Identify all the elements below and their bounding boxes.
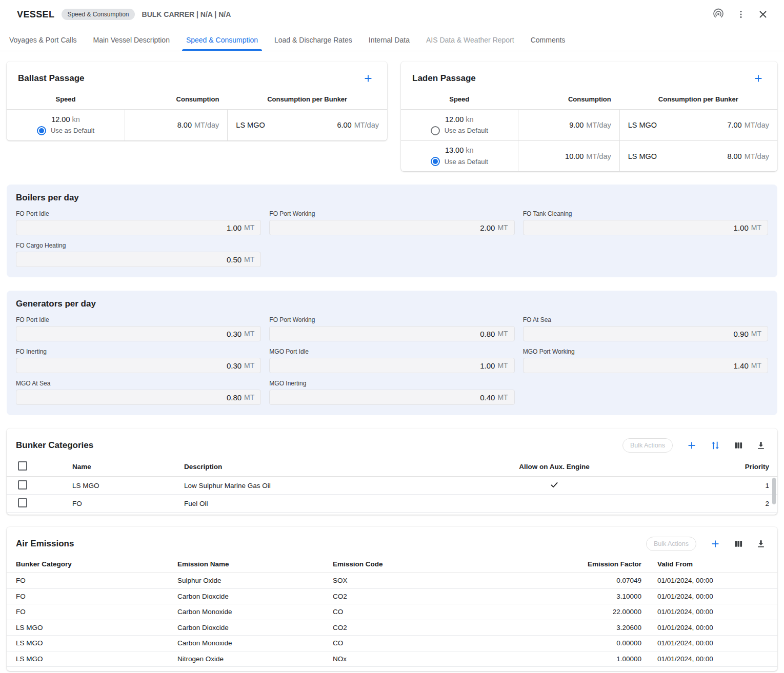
laden-row[interactable]: 13.00 kn Use as Default 10.00 MT/day LS … [401, 140, 777, 171]
bunker-description: Fuel Oil [184, 500, 402, 507]
field-fo-at-sea: FO At Sea MT [523, 316, 768, 341]
field-label: MGO Port Working [523, 348, 768, 355]
bunker-category-row[interactable]: FO Fuel Oil 2 [7, 495, 777, 513]
bunker-categories-card: Bunker Categories Bulk Actions Name [7, 429, 777, 515]
boilers-fo-port-working-input[interactable] [276, 223, 495, 232]
air-emission-row[interactable]: FO Sulphur Oxide SOX 0.07049 01/01/2024,… [7, 573, 777, 589]
emission-bunker-category: FO [7, 593, 177, 600]
tab-bar: Voyages & Port Calls Main Vessel Descrip… [0, 29, 784, 51]
download-icon[interactable] [754, 438, 768, 453]
generators-fo-port-idle-input[interactable] [23, 330, 242, 338]
emission-code: CO [333, 639, 488, 647]
generators-mgo-at-sea-input[interactable] [23, 393, 242, 402]
passages-row: Ballast Passage Speed Consumption Consum… [7, 62, 777, 171]
consumption-cell: 10.00 MT/day [518, 141, 619, 171]
bunker-categories-title: Bunker Categories [16, 440, 93, 451]
tab-load-discharge-rates[interactable]: Load & Discharge Rates [266, 29, 360, 51]
use-as-default-label: Use as Default [445, 127, 488, 134]
emission-valid-from: 01/01/2024, 00:00 [641, 624, 777, 631]
tethering-icon[interactable] [710, 6, 727, 23]
field-fo-port-working: FO Port Working MT [269, 316, 514, 341]
tab-speed-consumption[interactable]: Speed & Consumption [178, 29, 266, 51]
emission-bunker-category: LS MGO [7, 655, 177, 663]
check-icon [550, 480, 559, 491]
emission-code: NOx [333, 655, 488, 663]
bunker-consumption-value: 8.00 [727, 152, 741, 160]
tab-voyages-port-calls[interactable]: Voyages & Port Calls [1, 29, 85, 51]
emission-bunker-category: FO [7, 577, 177, 584]
emission-bunker-category: FO [7, 608, 177, 616]
emission-valid-from: 01/01/2024, 00:00 [641, 639, 777, 647]
ballast-row[interactable]: 12.00 kn Use as Default 8.00 MT/day LS M… [7, 110, 387, 140]
close-icon[interactable] [755, 7, 771, 22]
add-ballast-speed-icon[interactable] [360, 71, 376, 86]
use-as-default-option[interactable]: Use as Default [37, 126, 94, 135]
boilers-fo-port-idle-input[interactable] [23, 223, 242, 232]
bunker-consumption-value: 7.00 [727, 121, 741, 129]
col-speed: Speed [401, 95, 518, 103]
col-emission-factor: Emission Factor [488, 560, 641, 568]
tab-comments[interactable]: Comments [522, 29, 574, 51]
unit-suffix: MT [244, 255, 254, 263]
air-emission-row[interactable]: FO Carbon Dioxcide CO2 3.10000 01/01/202… [7, 589, 777, 605]
use-as-default-radio[interactable] [37, 126, 46, 135]
unit-suffix: MT [497, 330, 508, 338]
col-consumption-per-bunker: Consumption per Bunker [619, 95, 777, 103]
emission-factor: 3.10000 [488, 593, 641, 600]
air-emission-row[interactable]: LS MGO Nitrogen Oxide NOx 1.00000 01/01/… [7, 651, 777, 667]
field-label: FO Inerting [16, 348, 261, 355]
sort-icon[interactable] [708, 438, 723, 453]
columns-icon[interactable] [731, 438, 746, 453]
generators-fo-at-sea-input[interactable] [530, 330, 749, 338]
use-as-default-radio[interactable] [431, 157, 440, 166]
boilers-fo-tank-cleaning-input[interactable] [530, 223, 749, 232]
speed-value: 12.00 [51, 115, 70, 124]
ballast-table-header: Speed Consumption Consumption per Bunker [7, 89, 387, 110]
generators-mgo-inerting-input[interactable] [276, 393, 495, 402]
input-box: MT [16, 358, 261, 373]
tab-main-vessel-description[interactable]: Main Vessel Description [85, 29, 178, 51]
laden-row[interactable]: 12.00 kn Use as Default 9.00 MT/day LS M… [401, 110, 777, 140]
row-checkbox[interactable] [18, 498, 27, 507]
laden-passage-title: Laden Passage [412, 73, 476, 84]
unit-suffix: MT [751, 223, 761, 232]
col-priority: Priority [707, 463, 777, 471]
field-mgo-port-working: MGO Port Working MT [523, 348, 768, 373]
air-emission-row[interactable]: LS MGO Carbon Dioxcide CO2 3.20600 01/01… [7, 620, 777, 636]
more-options-icon[interactable] [734, 7, 748, 22]
add-bunker-category-icon[interactable] [684, 438, 699, 453]
bunker-consumption-value: 6.00 [337, 121, 351, 129]
generators-mgo-port-idle-input[interactable] [276, 361, 495, 370]
boilers-fo-cargo-heating-input[interactable] [23, 255, 242, 264]
use-as-default-radio[interactable] [431, 126, 440, 135]
input-box: MT [16, 220, 261, 235]
generators-fo-inerting-input[interactable] [23, 361, 242, 370]
consumption-value: 10.00 [565, 152, 584, 160]
select-all-checkbox[interactable] [18, 461, 27, 471]
col-consumption: Consumption [518, 95, 619, 103]
boilers-section: Boilers per day FO Port Idle MT FO Port … [7, 185, 777, 277]
row-checkbox[interactable] [18, 480, 27, 490]
use-as-default-option[interactable]: Use as Default [431, 126, 488, 135]
unit-suffix: MT [497, 393, 508, 401]
laden-passage-card: Laden Passage Speed Consumption Consumpt… [401, 62, 777, 171]
add-air-emission-icon[interactable] [708, 536, 723, 552]
air-emission-row[interactable]: LS MGO Carbon Monoxide CO 0.00000 01/01/… [7, 636, 777, 651]
col-allow-aux-engine: Allow on Aux. Engine [402, 463, 707, 471]
generators-fo-port-working-input[interactable] [276, 330, 495, 338]
tab-ais-data-weather-report[interactable]: AIS Data & Weather Report [418, 29, 522, 51]
download-icon[interactable] [754, 537, 768, 551]
bunker-cell: LS MGO 6.00 MT/day [227, 110, 387, 140]
air-emission-row[interactable]: FO Carbon Monoxide CO 22.00000 01/01/202… [7, 604, 777, 620]
emission-bunker-category: LS MGO [7, 639, 177, 647]
use-as-default-option[interactable]: Use as Default [431, 157, 488, 166]
emission-factor: 0.07049 [488, 577, 641, 584]
ballast-passage-card: Ballast Passage Speed Consumption Consum… [7, 62, 387, 140]
columns-icon[interactable] [731, 537, 746, 551]
scrollbar-thumb[interactable] [772, 478, 776, 504]
generators-mgo-port-working-input[interactable] [530, 361, 749, 370]
tab-internal-data[interactable]: Internal Data [360, 29, 418, 51]
bunker-category-row[interactable]: LS MGO Low Sulphur Marine Gas Oil 1 [7, 477, 777, 495]
add-laden-speed-icon[interactable] [751, 71, 766, 86]
bunker-consumption-unit: MT/day [354, 121, 379, 129]
